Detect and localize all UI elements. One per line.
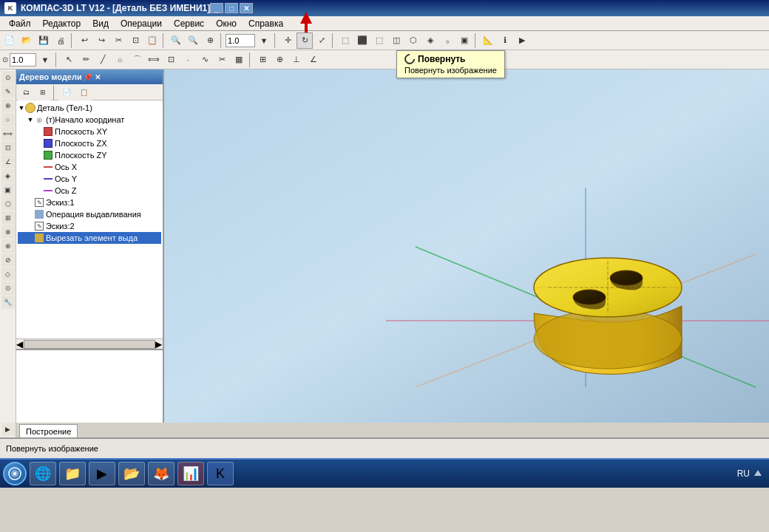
view-top[interactable]: ⬛	[354, 33, 370, 49]
paste-button[interactable]: 📋	[144, 33, 160, 49]
measure-button[interactable]: 📐	[480, 33, 496, 49]
cut-button[interactable]: ✂	[110, 33, 126, 49]
tree-item-axis-x[interactable]: Ось X	[18, 161, 161, 173]
view-section[interactable]: ⬡	[405, 33, 421, 49]
render-button[interactable]: ▣	[456, 33, 472, 49]
sketch-tool[interactable]: ✏	[78, 52, 94, 68]
tree-scroll-left[interactable]: ◀	[16, 339, 24, 349]
new-button[interactable]: 📄	[1, 33, 18, 49]
left-icon-4[interactable]: ○	[1, 113, 15, 126]
firefox-button[interactable]: 🦊	[148, 462, 175, 485]
shading-button[interactable]: ◈	[422, 33, 438, 49]
zoom-out-button[interactable]: 🔍	[185, 33, 201, 49]
left-icon-2[interactable]: ✎	[1, 85, 15, 98]
tree-item-origin[interactable]: ▼ ⊕ (т)Начало координат	[18, 114, 161, 126]
tree-hscroll[interactable]	[24, 340, 155, 349]
tree-item-sketch1[interactable]: ✎ Эскиз:1	[18, 197, 161, 208]
scale-input[interactable]	[10, 53, 36, 66]
wireframe-button[interactable]: ⬦	[439, 33, 455, 49]
tree-view1[interactable]: 📄	[58, 84, 75, 100]
left-icon-15[interactable]: ◇	[1, 267, 15, 281]
redo-button[interactable]: ↪	[93, 33, 109, 49]
tree-content[interactable]: ▼ Деталь (Тел-1) ▼ ⊕ (т)Начало координат	[16, 100, 163, 338]
pan-button[interactable]: ✛	[280, 33, 296, 49]
snap-point[interactable]: ⊕	[271, 52, 288, 68]
tree-pin-button[interactable]: 📌	[82, 72, 92, 82]
presentation-button[interactable]: 📊	[177, 462, 204, 485]
menu-edit[interactable]: Редактор	[37, 17, 87, 30]
left-icon-9[interactable]: ▣	[1, 183, 15, 197]
menu-help[interactable]: Справка	[243, 17, 289, 30]
left-icon-5[interactable]: ⟺	[1, 127, 15, 140]
menu-service[interactable]: Сервис	[168, 17, 210, 30]
tree-item-extrude[interactable]: Операция выдавливания	[18, 208, 161, 220]
tree-item-sketch2[interactable]: ✎ Эскиз:2	[18, 220, 161, 232]
left-icon-3[interactable]: ⊕	[1, 99, 15, 112]
constraint-tool[interactable]: ⊡	[163, 52, 179, 68]
left-icon-6[interactable]: ⊡	[1, 141, 15, 154]
spline-tool[interactable]: ∿	[197, 52, 213, 68]
scale-dropdown[interactable]: ▼	[37, 52, 53, 68]
rotate-button[interactable]: ↻	[297, 33, 313, 49]
menu-view[interactable]: Вид	[87, 17, 115, 30]
zoom-input[interactable]	[226, 34, 255, 47]
view-right[interactable]: ⬚	[371, 33, 387, 49]
zoom-fit-button[interactable]: ⊕	[202, 33, 218, 49]
tree-expand-origin[interactable]: ▼	[27, 116, 34, 123]
tree-item-cut[interactable]: Вырезать элемент выда	[18, 232, 161, 244]
tree-item-detail[interactable]: ▼ Деталь (Тел-1)	[18, 102, 161, 114]
close-button[interactable]: ✕	[240, 3, 253, 13]
snap-angle[interactable]: ∠	[305, 52, 322, 68]
open-button[interactable]: 📂	[18, 33, 35, 49]
menu-window[interactable]: Окно	[210, 17, 243, 30]
minimize-button[interactable]: _	[210, 3, 223, 13]
select-tool[interactable]: ↖	[61, 52, 77, 68]
left-icon-10[interactable]: ⬡	[1, 197, 15, 211]
folder-button[interactable]: 📁	[59, 462, 86, 485]
more-button[interactable]: ▶	[514, 33, 530, 49]
menu-operations[interactable]: Операции	[115, 17, 168, 30]
menu-file[interactable]: Файл	[3, 17, 37, 30]
zoom-in-button[interactable]: 🔍	[168, 33, 184, 49]
tree-item-plane-zx[interactable]: Плоскость ZX	[18, 137, 161, 149]
arc-tool[interactable]: ⌒	[129, 52, 145, 68]
left-icon-17[interactable]: 🔧	[1, 296, 15, 309]
tree-expand-detail[interactable]: ▼	[18, 104, 25, 112]
left-icon-16[interactable]: ⊙	[1, 282, 15, 295]
line-tool[interactable]: ╱	[95, 52, 111, 68]
tree-item-axis-z[interactable]: Ось Z	[18, 185, 161, 197]
media-button[interactable]: ▶	[89, 462, 115, 485]
circle-tool[interactable]: ○	[112, 52, 128, 68]
snap-grid[interactable]: ⊞	[254, 52, 271, 68]
left-icon-8[interactable]: ◈	[1, 169, 15, 183]
view-scroll[interactable]: ⤢	[314, 33, 330, 49]
left-icon-expand[interactable]: ▶	[1, 423, 15, 436]
tree-item-plane-zy[interactable]: Плоскость ZY	[18, 149, 161, 161]
viewport[interactable]: Z X Y	[164, 69, 769, 423]
zoom-dropdown[interactable]: ▼	[256, 33, 272, 49]
kompas-button[interactable]: K	[207, 462, 234, 485]
start-button[interactable]	[3, 462, 27, 485]
tree-scroll-right[interactable]: ▶	[155, 339, 163, 349]
point-tool[interactable]: ·	[180, 52, 196, 68]
tree-expand-all[interactable]: ⊞	[35, 84, 51, 100]
properties-button[interactable]: ℹ	[497, 33, 513, 49]
files-button[interactable]: 📂	[118, 462, 145, 485]
undo-button[interactable]: ↩	[76, 33, 92, 49]
tree-close-button[interactable]: ✕	[92, 72, 103, 82]
left-icon-11[interactable]: ⊞	[1, 211, 15, 225]
hatch-tool[interactable]: ▦	[231, 52, 247, 68]
left-icon-7[interactable]: ∠	[1, 155, 15, 168]
tree-new[interactable]: 🗂	[18, 84, 34, 100]
view-iso[interactable]: ◫	[388, 33, 404, 49]
tab-build[interactable]: Построение	[19, 424, 78, 437]
left-icon-12[interactable]: ⊗	[1, 225, 15, 239]
left-icon-1[interactable]: ⊙	[1, 71, 15, 84]
tree-item-plane-xy[interactable]: Плоскость XY	[18, 126, 161, 137]
ortho-mode[interactable]: ⊥	[288, 52, 305, 68]
left-icon-13[interactable]: ⊕	[1, 239, 15, 253]
tree-item-axis-y[interactable]: Ось Y	[18, 173, 161, 185]
save-button[interactable]: 💾	[35, 33, 52, 49]
view-front[interactable]: ⬚	[337, 33, 353, 49]
ie-button[interactable]: 🌐	[30, 462, 56, 485]
